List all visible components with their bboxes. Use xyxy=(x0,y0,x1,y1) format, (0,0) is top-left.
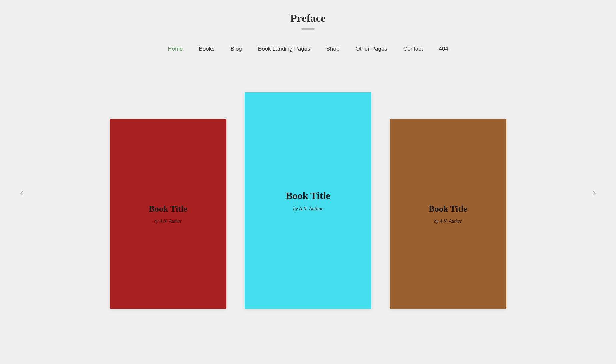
carousel-track: Book Title by A.N. Author Book Title by … xyxy=(0,76,616,309)
nav-item-404[interactable]: 404 xyxy=(439,46,448,52)
book-cover-left: Book Title by A.N. Author xyxy=(110,119,226,309)
book-author-center: by A.N. Author xyxy=(293,206,323,212)
book-cover-center: Book Title by A.N. Author xyxy=(245,92,371,309)
book-card-center[interactable]: Book Title by A.N. Author xyxy=(245,92,371,309)
book-author-left: by A.N. Author xyxy=(154,219,182,224)
main-nav: Home Books Blog Book Landing Pages Shop … xyxy=(0,36,616,62)
nav-item-other-pages[interactable]: Other Pages xyxy=(355,46,387,52)
nav-item-contact[interactable]: Contact xyxy=(403,46,423,52)
site-header: Preface xyxy=(0,0,616,36)
site-title: Preface xyxy=(0,12,616,24)
book-author-right: by A.N. Author xyxy=(434,219,462,224)
nav-item-shop[interactable]: Shop xyxy=(326,46,340,52)
title-divider xyxy=(301,28,315,30)
nav-item-home[interactable]: Home xyxy=(168,46,183,52)
book-card-left[interactable]: Book Title by A.N. Author xyxy=(110,119,226,309)
book-title-left: Book Title xyxy=(149,204,187,214)
book-card-right[interactable]: Book Title by A.N. Author xyxy=(390,119,506,309)
nav-item-blog[interactable]: Blog xyxy=(231,46,242,52)
book-cover-right: Book Title by A.N. Author xyxy=(390,119,506,309)
carousel-wrapper: ‹ Book Title by A.N. Author Book Title b… xyxy=(0,76,616,309)
carousel-prev-button[interactable]: ‹ xyxy=(13,183,30,202)
book-title-center: Book Title xyxy=(286,190,330,201)
book-title-right: Book Title xyxy=(429,204,467,214)
nav-item-book-landing-pages[interactable]: Book Landing Pages xyxy=(258,46,310,52)
nav-item-books[interactable]: Books xyxy=(199,46,215,52)
carousel-section: ‹ Book Title by A.N. Author Book Title b… xyxy=(0,62,616,309)
carousel-next-button[interactable]: › xyxy=(586,183,603,202)
